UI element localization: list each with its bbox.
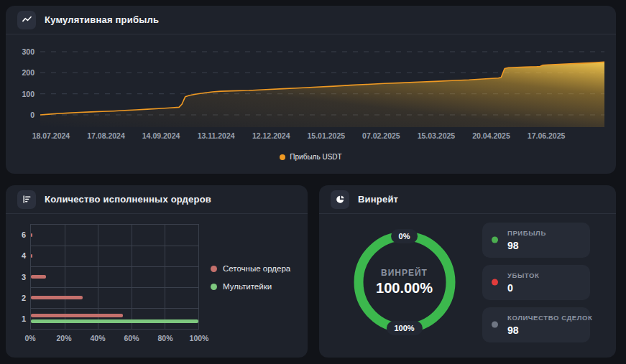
bar-row (31, 266, 198, 287)
y-tick-label: 300 (22, 47, 34, 56)
y-tick-label: 100 (22, 90, 34, 98)
line-chart-x-axis: 18.07.202417.08.202414.09.202413.11.2024… (40, 131, 604, 144)
line-chart-icon (17, 11, 36, 29)
stat-label: КОЛИЧЕСТВО СДЕЛОК (507, 314, 581, 322)
bar-chart-x-axis: 0%20%40%60%80%100% (30, 334, 199, 347)
donut-center: ВИНРЕЙТ 100.00% (344, 221, 466, 343)
cumulative-profit-panel: Кумулятивная прибыль 0100200300 18.07.20… (6, 6, 616, 174)
stat-card-loss: УБЫТОК 0 (482, 265, 590, 300)
bar-y-tick-label: 6 (17, 224, 30, 245)
bar-chart-horizontal-icon (17, 190, 36, 209)
bar-chart-plot-area (30, 224, 199, 330)
grid-orders-bar[interactable] (31, 314, 123, 317)
grid-orders-bar[interactable] (31, 254, 32, 258)
bar-row (31, 308, 198, 329)
winrate-content: 0% 100% ВИНРЕЙТ 100.00% ПРИБЫЛЬ 98 (319, 214, 616, 343)
orders-panel-header: Количество исполненных ордеров (6, 185, 308, 214)
x-tick-label: 15.01.2025 (308, 131, 346, 140)
grid-orders-bar[interactable] (31, 275, 46, 279)
executed-orders-panel: Количество исполненных ордеров 64321 0%2… (6, 185, 308, 358)
bar-chart-legend: Сеточные ордераМультитейки (211, 264, 290, 291)
line-chart-plot-area (40, 45, 604, 127)
bar-row (31, 287, 198, 308)
orders-chart: 64321 0%20%40%60%80%100% Сеточные ордера… (6, 214, 308, 347)
y-tick-label: 200 (22, 68, 34, 77)
legend-dot-icon (280, 154, 285, 160)
trades-dot-icon (492, 322, 498, 328)
bottom-row: Количество исполненных ордеров 64321 0%2… (6, 185, 620, 358)
bar-x-tick-label: 40% (90, 334, 105, 342)
line-chart-y-axis: 0100200300 (14, 45, 40, 127)
line-chart-legend-item[interactable]: Прибыль USDT (6, 153, 616, 161)
x-tick-label: 13.11.2024 (198, 131, 235, 140)
winrate-panel: Винрейт 0% 100% ВИНРЕЙТ 100.00% (319, 185, 616, 358)
cumulative-chart: 0100200300 18.07.202417.08.202414.09.202… (6, 34, 616, 161)
bar-x-tick-label: 80% (157, 334, 172, 342)
x-tick-label: 17.08.2024 (87, 131, 125, 140)
stat-value: 98 (507, 325, 581, 336)
bar-y-tick-label: 2 (17, 287, 30, 308)
line-chart-svg (40, 45, 604, 127)
x-tick-label: 17.06.2025 (528, 131, 566, 140)
stat-card-trades-count: КОЛИЧЕСТВО СДЕЛОК 98 (482, 307, 590, 342)
cumulative-panel-header: Кумулятивная прибыль (6, 6, 616, 34)
winrate-donut-area: 0% 100% ВИНРЕЙТ 100.00% (326, 221, 482, 343)
legend-dot-icon (211, 284, 217, 290)
legend-label: Мультитейки (223, 282, 272, 291)
x-tick-label: 12.12.2024 (252, 131, 290, 140)
legend-item[interactable]: Сеточные ордера (211, 264, 290, 273)
stat-label: УБЫТОК (507, 271, 581, 279)
pie-chart-icon (331, 190, 349, 209)
legend-label: Сеточные ордера (223, 264, 290, 273)
stat-card-profit: ПРИБЫЛЬ 98 (482, 223, 590, 258)
legend-dot-icon (211, 266, 217, 272)
stat-label: ПРИБЫЛЬ (507, 229, 581, 237)
winrate-label: ВИНРЕЙТ (381, 268, 428, 278)
orders-panel-title: Количество исполненных ордеров (45, 194, 211, 205)
bar-y-tick-label: 4 (17, 245, 30, 266)
cumulative-panel-title: Кумулятивная прибыль (45, 14, 159, 25)
legend-item[interactable]: Мультитейки (211, 282, 290, 291)
legend-label: Прибыль USDT (290, 153, 341, 161)
winrate-panel-title: Винрейт (358, 194, 398, 205)
bar-y-tick-label: 1 (17, 309, 30, 330)
x-tick-label: 14.09.2024 (142, 131, 180, 140)
bar-row (31, 225, 198, 246)
x-tick-label: 07.02.2025 (362, 131, 400, 140)
dashboard: Кумулятивная прибыль 0100200300 18.07.20… (0, 0, 626, 364)
stat-value: 0 (507, 282, 581, 294)
profit-dot-icon (492, 237, 498, 243)
winrate-stats: ПРИБЫЛЬ 98 УБЫТОК 0 КОЛИЧЕСТВО СДЕЛОК 98 (482, 223, 590, 342)
winrate-panel-header: Винрейт (319, 185, 616, 214)
grid-orders-bar[interactable] (31, 233, 32, 237)
bar-row (31, 246, 198, 266)
stat-value: 98 (507, 240, 581, 251)
winrate-value: 100.00% (376, 280, 433, 297)
bar-x-tick-label: 100% (190, 334, 209, 342)
y-tick-label: 0 (30, 111, 34, 119)
bar-x-tick-label: 60% (124, 334, 139, 342)
multitake-bar[interactable] (31, 319, 198, 323)
x-tick-label: 20.04.2025 (472, 131, 510, 140)
bar-x-tick-label: 20% (56, 334, 71, 342)
bar-x-tick-label: 0% (24, 334, 35, 342)
loss-dot-icon (492, 279, 498, 286)
x-tick-label: 18.07.2024 (32, 131, 70, 140)
bar-chart-y-axis: 64321 (17, 224, 30, 330)
grid-orders-bar[interactable] (31, 296, 83, 299)
winrate-donut: 0% 100% ВИНРЕЙТ 100.00% (344, 221, 466, 343)
bar-y-tick-label: 3 (17, 266, 30, 287)
x-tick-label: 15.03.2025 (418, 131, 456, 140)
